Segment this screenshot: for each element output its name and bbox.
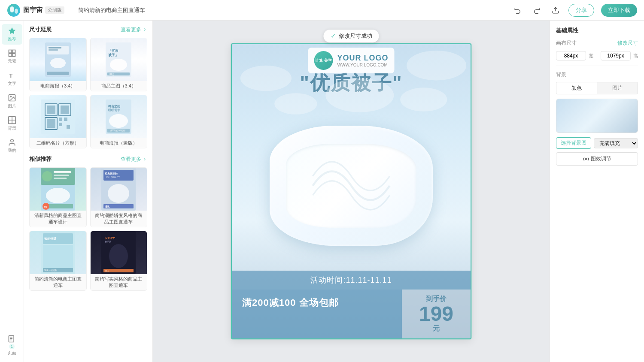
size-section-title: 尺寸延展 <box>29 26 52 33</box>
template-item-poster-vertical[interactable]: 符合您的 睡眠需求 满200减100 包邮 电商海报（竖版） <box>90 95 148 148</box>
similar-label-1: 清新风格的商品主图直通车设计 <box>30 211 86 227</box>
fill-select[interactable]: 充满填充 <box>594 138 638 148</box>
svg-text:智能恒温: 智能恒温 <box>44 237 57 240</box>
template-label-1: 电商海报（3:4） <box>30 81 86 91</box>
svg-text:满200减100 包邮: 满200减100 包邮 <box>110 129 125 132</box>
svg-rect-5 <box>12 50 15 53</box>
share-button[interactable]: 分享 <box>568 4 594 17</box>
size-section-more[interactable]: 查看更多 <box>121 26 147 33</box>
canvas-size-label: 画布尺寸 <box>556 39 577 47</box>
chevron-right-icon <box>142 27 147 32</box>
svg-text:触手及: 触手及 <box>105 240 111 243</box>
svg-rect-46 <box>54 171 71 173</box>
bg-tab-image[interactable]: 图片 <box>597 82 638 94</box>
download-button[interactable]: 立即下载 <box>601 4 637 17</box>
logo-icon <box>7 3 21 17</box>
canvas-product-area[interactable] <box>232 101 471 271</box>
svg-rect-19 <box>47 72 69 75</box>
upload-button[interactable] <box>550 4 562 16</box>
modify-size-link[interactable]: 修改尺寸 <box>617 39 638 47</box>
similar-section-title: 相似推荐 <box>29 155 52 163</box>
svg-rect-17 <box>49 49 58 51</box>
sidebar-item-text[interactable]: T 文字 <box>2 69 22 89</box>
template-thumb-3 <box>30 95 86 138</box>
svg-text:安全守护: 安全守护 <box>104 236 115 239</box>
background-label: 背景 <box>556 71 638 78</box>
sidebar-icons: 推荐 元素 T 文字 图片 背景 我的 1 页面 <box>0 21 24 362</box>
sidebar-item-image-label: 图片 <box>8 103 16 109</box>
svg-point-49 <box>46 188 70 203</box>
template-thumb-2: 「优质 被子」 199元 <box>91 38 147 81</box>
sidebar-item-pages[interactable]: 1 页面 <box>2 332 22 359</box>
canvas-promo-row: 满200减100 全场包邮 到手价 199 元 <box>232 290 471 338</box>
image-icon <box>8 94 16 102</box>
svg-point-2 <box>15 9 18 14</box>
svg-rect-47 <box>54 175 69 176</box>
template-item-qrcode[interactable]: 二维码名片（方形） <box>29 95 87 148</box>
sidebar-item-my-label: 我的 <box>8 148 16 154</box>
canvas-card[interactable]: "优质被子" 活动时间:11.11-11.11 <box>231 43 471 339</box>
canvas-height-input[interactable] <box>601 51 631 60</box>
logo-overlay[interactable]: 计算 美学 YOUR LOGO WWW.YOUR LOGO.COM <box>308 48 394 73</box>
logo-text-block: YOUR LOGO WWW.YOUR LOGO.COM <box>337 54 388 67</box>
app-logo: 图宇宙 公测版 <box>7 3 64 17</box>
sidebar-item-background[interactable]: 背景 <box>2 113 22 134</box>
select-bg-button[interactable]: 选择背景图 <box>556 137 591 149</box>
bg-tabs: 颜色 图片 <box>556 82 638 94</box>
sidebar-item-recommend[interactable]: 推荐 <box>2 24 22 45</box>
svg-point-58 <box>108 184 129 203</box>
logo-main-text: YOUR LOGO <box>337 54 388 63</box>
svg-rect-7 <box>12 54 15 57</box>
template-item-commerce-poster[interactable]: 电商海报（3:4） <box>29 38 87 91</box>
size-template-grid: 电商海报（3:4） 「优质 被子」 199元 商品主图（3:4） <box>29 38 147 148</box>
template-label-3: 二维码名片（方形） <box>30 138 86 148</box>
canvas-price-block: 到手价 199 元 <box>402 290 471 338</box>
template-label-2: 商品主图（3:4） <box>91 81 147 91</box>
sidebar-item-image[interactable]: 图片 <box>2 91 22 112</box>
height-label: 高 <box>633 53 638 59</box>
undo-button[interactable] <box>512 4 524 16</box>
svg-point-12 <box>10 139 13 142</box>
template-item-product-main[interactable]: 「优质 被子」 199元 商品主图（3:4） <box>90 38 148 91</box>
redo-button[interactable] <box>531 4 543 16</box>
element-icon <box>8 49 16 57</box>
svg-point-40 <box>109 114 128 128</box>
right-panel-title: 基础属性 <box>556 27 638 34</box>
undo-icon <box>514 6 522 14</box>
sidebar-item-recommend-label: 推荐 <box>8 36 16 42</box>
similar-item-3[interactable]: 智能恒温 399 一键控制 简约清新的电商主图直通车 <box>29 231 87 291</box>
canvas-activity-time: 活动时间:11.11-11.11 <box>232 271 471 290</box>
similar-item-2[interactable]: 经典运动鞋 HIGH QUALITY i99. 简约潮酷斩变风格的商品主图直通车 <box>90 167 148 227</box>
pages-icon <box>8 335 16 343</box>
canvas-promo-text: 满200减100 全场包邮 <box>232 290 402 338</box>
effect-label: 图效调节 <box>591 155 611 163</box>
sidebar-item-element[interactable]: 元素 <box>2 46 22 67</box>
right-panel: 基础属性 画布尺寸 修改尺寸 宽 高 背景 颜色 图片 选择背景图 <box>550 21 644 362</box>
svg-rect-48 <box>54 178 67 179</box>
success-check-icon: ✓ <box>331 32 336 40</box>
canvas-area[interactable]: ✓ 修改尺寸成功 计算 美学 YOUR LOGO WWW.YOUR LOGO.C… <box>153 21 550 362</box>
duvet-detail <box>294 138 408 234</box>
duvet-image <box>270 126 433 246</box>
price-unit: 元 <box>433 324 440 333</box>
effect-icon <box>583 156 589 162</box>
success-toast-text: 修改尺寸成功 <box>339 32 372 40</box>
svg-point-23 <box>110 59 127 71</box>
bg-tab-color[interactable]: 颜色 <box>556 82 597 94</box>
canvas-width-input[interactable] <box>556 51 586 60</box>
similar-item-1[interactable]: 50 50 清新风格的商品主图直通车设计 <box>29 167 87 227</box>
svg-rect-34 <box>64 118 67 121</box>
canvas-height-block: 高 <box>601 51 638 60</box>
sidebar-item-my[interactable]: 我的 <box>2 136 22 156</box>
similar-section-more[interactable]: 查看更多 <box>121 156 147 163</box>
app-badge: 公测版 <box>45 6 64 14</box>
effect-button[interactable]: 图效调节 <box>556 152 638 166</box>
svg-text:199元: 199元 <box>109 73 114 75</box>
template-label-4: 电商海报（竖版） <box>91 138 147 148</box>
upload-icon <box>552 6 559 14</box>
canvas-bottom: 活动时间:11.11-11.11 满200减100 全场包邮 到手价 199 元 <box>232 271 471 338</box>
similar-label-2: 简约潮酷斩变风格的商品主图直通车 <box>91 211 147 227</box>
sidebar-item-text-label: 文字 <box>8 81 16 87</box>
sidebar-item-element-label: 元素 <box>8 58 16 64</box>
similar-item-4[interactable]: 安全守护 触手及 69.9 简约写实风格的商品主图直通车 <box>90 231 148 291</box>
